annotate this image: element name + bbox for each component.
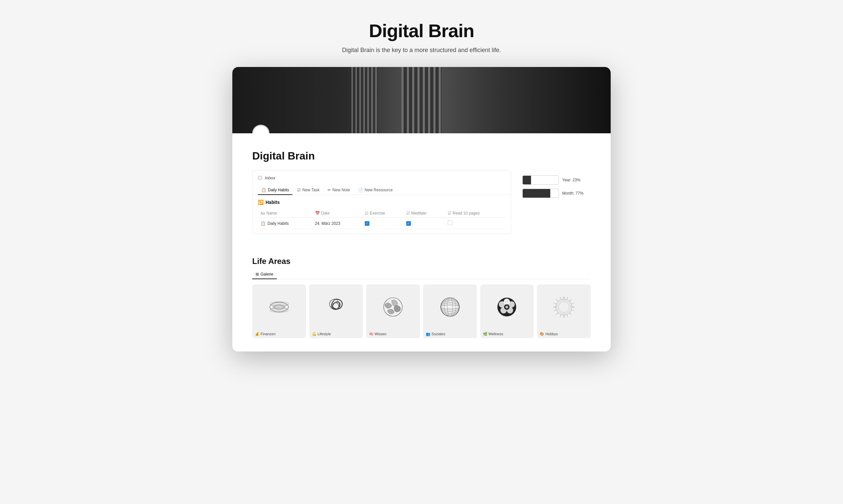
- knot-icon: [323, 294, 349, 320]
- svg-line-40: [567, 315, 568, 317]
- tab-new-note-icon: ✏: [328, 188, 331, 192]
- spiky-icon: [551, 294, 577, 320]
- svg-line-34: [567, 297, 568, 300]
- tab-new-note-label: New Note: [332, 188, 350, 192]
- gallery-card-social-label: 👥 Soziales: [423, 330, 477, 338]
- svg-line-35: [554, 303, 556, 304]
- col-read-icon: ☑: [448, 211, 451, 216]
- progress-bar-year-container: [522, 175, 559, 185]
- progress-month-label: Month: 77%: [562, 191, 583, 196]
- svg-point-5: [272, 307, 287, 310]
- col-name-icon: Aa: [260, 211, 265, 215]
- col-meditate-icon: ☑: [406, 211, 410, 216]
- habits-table: Aa Name 📅 Date: [258, 209, 505, 229]
- notion-page-title: Digital Brain: [252, 150, 591, 162]
- gallery-grid: 💰 Finanzen 💪 Lifestyle: [252, 285, 591, 338]
- col-meditate: ☑ Meditate: [403, 209, 445, 218]
- progress-bar-year-fill: [523, 176, 531, 184]
- svg-point-11: [441, 299, 459, 315]
- gallery-card-wellbeing[interactable]: 🌿 Wellness: [480, 285, 534, 338]
- inbox-title: Inbox: [265, 175, 275, 180]
- svg-line-32: [570, 313, 572, 315]
- svg-point-21: [505, 306, 508, 308]
- svg-line-31: [556, 313, 558, 315]
- habits-heading: 🔁 Habits: [258, 200, 505, 205]
- tab-daily-habits-icon: 📋: [261, 188, 266, 192]
- gallery-card-finance-image: [252, 285, 306, 330]
- col-exercise-icon: ☑: [365, 211, 368, 216]
- svg-point-24: [558, 302, 569, 312]
- gallery-card-hobbies-label: 🎨 Hobbys: [537, 330, 591, 338]
- gallery-card-hobbies[interactable]: 🎨 Hobbys: [537, 285, 591, 338]
- gallery-card-finance-label: 💰 Finanzen: [252, 330, 306, 338]
- view-tab-galerie[interactable]: ⊞ Galerie: [252, 270, 277, 279]
- cell-read[interactable]: [445, 218, 505, 229]
- tab-daily-habits[interactable]: 📋 Daily Habits: [258, 186, 292, 195]
- inbox-icon: ☐: [258, 175, 262, 180]
- view-tab-galerie-icon: ⊞: [256, 272, 259, 276]
- browser-window: Digital Brain ☐ Inbox 📋 Daily Habits ☑: [232, 67, 611, 352]
- habits-icon: 🔁: [258, 200, 263, 205]
- checkbox-read[interactable]: [448, 220, 452, 225]
- checkbox-exercise[interactable]: ✓: [365, 221, 369, 226]
- svg-point-4: [272, 304, 287, 307]
- svg-point-22: [556, 299, 572, 315]
- gallery-card-knowledge-image: [366, 285, 420, 330]
- row-name-value: Daily Habits: [268, 221, 289, 226]
- life-areas-section: Life Areas ⊞ Galerie: [232, 257, 611, 352]
- view-tab-galerie-label: Galerie: [260, 272, 274, 276]
- gallery-card-health-image: [309, 285, 363, 330]
- notion-content: Digital Brain ☐ Inbox 📋 Daily Habits ☑: [232, 133, 611, 257]
- svg-line-36: [554, 310, 556, 311]
- svg-point-9: [441, 303, 459, 312]
- habits-section: 🔁 Habits Aa Name: [253, 195, 511, 234]
- tab-new-task[interactable]: ☑ New Task: [294, 186, 323, 195]
- row-page-icon: 📋: [260, 221, 265, 226]
- cell-exercise[interactable]: ✓: [362, 218, 403, 229]
- tab-new-resource-label: New Ressource: [365, 188, 393, 192]
- view-tab-row: ⊞ Galerie: [252, 270, 591, 279]
- progress-month: Month: 77%: [522, 189, 586, 198]
- svg-point-23: [557, 301, 570, 314]
- cell-meditate[interactable]: ✓: [403, 218, 445, 229]
- tab-new-note[interactable]: ✏ New Note: [324, 186, 354, 195]
- svg-line-38: [571, 310, 574, 311]
- progress-year: Year: 23%: [522, 175, 586, 185]
- svg-point-8: [441, 305, 459, 309]
- main-subtitle: Digital Brain is the key to a more struc…: [7, 47, 836, 54]
- gallery-card-social[interactable]: 👥 Soziales: [423, 285, 477, 338]
- progress-year-label: Year: 23%: [562, 178, 581, 182]
- gallery-card-knowledge[interactable]: 🧠 Wissen: [366, 285, 420, 338]
- tab-new-resource-icon: 📄: [358, 188, 363, 192]
- gallery-card-finance[interactable]: 💰 Finanzen: [252, 285, 306, 338]
- hero-image: [232, 67, 611, 133]
- gallery-card-health-label: 💪 Lifestyle: [309, 330, 363, 338]
- page-header: Digital Brain Digital Brain is the key t…: [0, 0, 843, 67]
- svg-line-39: [560, 315, 561, 317]
- tab-new-task-icon: ☑: [297, 188, 301, 192]
- col-date-icon: 📅: [315, 211, 320, 216]
- tab-new-resource[interactable]: 📄 New Ressource: [355, 186, 396, 195]
- gallery-card-health[interactable]: 💪 Lifestyle: [309, 285, 363, 338]
- inbox-panel: ☐ Inbox 📋 Daily Habits ☑ New Task ✏: [252, 170, 511, 234]
- progress-bar-month-container: [522, 189, 559, 198]
- tab-new-task-label: New Task: [302, 188, 320, 192]
- svg-point-10: [441, 301, 459, 313]
- ripple-icon: [437, 294, 463, 320]
- gallery-card-wellbeing-image: [480, 285, 534, 330]
- table-row: 📋 Daily Habits 24. März 2023 ✓ ✓: [258, 218, 505, 229]
- gallery-card-social-image: [423, 285, 477, 330]
- col-read: ☑ Read 10 pages: [445, 209, 505, 218]
- svg-line-33: [560, 297, 561, 300]
- tab-daily-habits-label: Daily Habits: [268, 188, 289, 192]
- gallery-card-knowledge-label: 🧠 Wissen: [366, 330, 420, 338]
- svg-line-37: [571, 303, 574, 304]
- checkbox-meditate[interactable]: ✓: [406, 221, 411, 226]
- inbox-header: ☐ Inbox: [253, 170, 511, 184]
- page-icon: [252, 125, 270, 133]
- brain-icon: [380, 294, 406, 320]
- cell-name: 📋 Daily Habits: [258, 218, 312, 229]
- gallery-card-hobbies-image: [537, 285, 591, 330]
- col-name: Aa Name: [258, 209, 312, 218]
- col-date: 📅 Date: [312, 209, 362, 218]
